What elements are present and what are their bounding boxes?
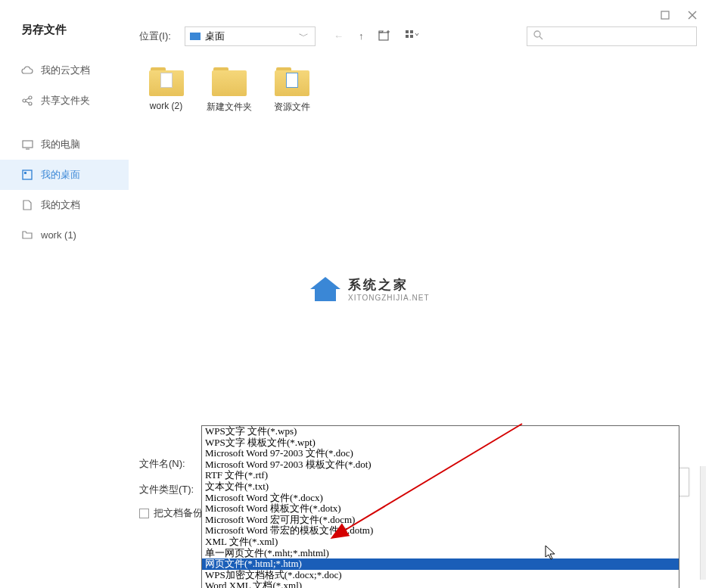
sidebar-item-label: 我的文档 (41, 198, 80, 212)
desktop-icon (21, 169, 33, 181)
dropdown-option[interactable]: 单一网页文件(*.mht;*.mhtml) (202, 548, 679, 559)
dropdown-option[interactable]: 网页文件(*.html;*.htm) (202, 558, 679, 570)
sidebar-item-shared[interactable]: 共享文件夹 (0, 86, 129, 116)
chevron-down-icon: ﹀ (299, 30, 309, 43)
scrollbar[interactable] (700, 466, 706, 580)
desktop-icon (190, 33, 201, 40)
sidebar-item-documents[interactable]: 我的文档 (0, 190, 129, 220)
sidebar-item-cloud[interactable]: 我的云文档 (0, 55, 129, 86)
folder-icon (275, 67, 309, 96)
svg-rect-20 (24, 172, 26, 174)
sidebar-item-computer[interactable]: 我的电脑 (0, 129, 129, 160)
filename-label: 文件名(N): (139, 457, 201, 471)
sidebar-item-desktop[interactable]: 我的桌面 (0, 160, 129, 190)
sidebar: 我的云文档 共享文件夹 我的电脑 我的桌面 我的文档 work (1) (0, 55, 129, 455)
dropdown-option[interactable]: WPS文字 文件(*.wps) (202, 426, 679, 437)
search-box[interactable] (527, 26, 697, 46)
svg-point-10 (534, 31, 540, 37)
file-label: work (2) (150, 101, 182, 111)
file-item[interactable]: work (2) (138, 64, 194, 117)
svg-rect-17 (23, 141, 33, 148)
folder-icon (212, 67, 247, 96)
dropdown-option[interactable]: Microsoft Word 文件(*.docx) (202, 493, 679, 504)
dropdown-option[interactable]: Word XML 文档(*.xml) (202, 580, 679, 588)
cloud-icon (21, 64, 33, 76)
share-icon (21, 95, 33, 107)
svg-point-12 (23, 99, 26, 102)
location-select[interactable]: 桌面 ﹀ (185, 26, 316, 46)
file-area[interactable]: work (2) 新建文件夹 资源文件 (129, 55, 712, 455)
up-button[interactable]: ↑ (359, 30, 364, 43)
new-folder-button[interactable] (378, 30, 390, 43)
dropdown-option[interactable]: WPS文字 模板文件(*.wpt) (202, 437, 679, 449)
file-item[interactable]: 新建文件夹 (201, 64, 257, 117)
document-icon (21, 199, 33, 211)
svg-rect-6 (406, 30, 409, 33)
watermark-logo-icon (310, 277, 340, 301)
watermark-text-en: XITONGZHIJIA.NET (348, 294, 430, 302)
svg-rect-8 (406, 35, 409, 38)
location-value: 桌面 (205, 30, 225, 43)
filetype-label: 文件类型(T): (139, 483, 201, 496)
svg-point-13 (29, 96, 32, 99)
dropdown-option[interactable]: 文本文件(*.txt) (202, 481, 679, 493)
sidebar-item-label: 我的云文档 (41, 64, 90, 77)
svg-line-11 (539, 36, 543, 39)
svg-rect-7 (410, 30, 413, 33)
close-button[interactable] (686, 9, 698, 21)
back-button[interactable]: ← (334, 30, 344, 43)
file-item[interactable]: 资源文件 (263, 64, 320, 117)
sidebar-item-label: 我的电脑 (41, 138, 80, 151)
watermark: 系统之家 XITONGZHIJIA.NET (310, 276, 430, 302)
view-options-button[interactable] (406, 30, 419, 43)
file-label: 资源文件 (274, 101, 310, 114)
watermark-text-cn: 系统之家 (348, 276, 430, 294)
dropdown-option[interactable]: XML 文件(*.xml) (202, 537, 679, 548)
dropdown-option[interactable]: RTF 文件(*.rtf) (202, 470, 679, 481)
svg-point-14 (29, 102, 32, 105)
maximize-button[interactable] (659, 9, 671, 21)
dropdown-option[interactable]: Microsoft Word 宏可用文件(*.docm) (202, 515, 679, 526)
computer-icon (21, 138, 33, 151)
dialog-title: 另存文件 (21, 6, 67, 49)
search-icon (533, 30, 543, 42)
search-input[interactable] (548, 31, 690, 42)
folder-icon (21, 229, 33, 241)
backup-checkbox[interactable] (139, 509, 149, 518)
dropdown-option[interactable]: Microsoft Word 带宏的模板文件(*.dotm) (202, 525, 679, 537)
dropdown-option[interactable]: Microsoft Word 97-2003 模板文件(*.dot) (202, 459, 679, 471)
dropdown-option[interactable]: Microsoft Word 97-2003 文件(*.doc) (202, 448, 679, 459)
dropdown-option[interactable]: WPS加密文档格式(*.docx;*.doc) (202, 570, 679, 581)
svg-rect-19 (23, 170, 32, 179)
location-label: 位置(I): (139, 30, 171, 43)
folder-icon (149, 67, 184, 96)
filetype-dropdown[interactable]: WPS文字 文件(*.wps)WPS文字 模板文件(*.wpt)Microsof… (201, 425, 679, 588)
sidebar-item-work[interactable]: work (1) (0, 220, 129, 249)
file-label: 新建文件夹 (207, 101, 252, 114)
svg-rect-3 (379, 33, 388, 40)
svg-rect-0 (661, 11, 669, 19)
sidebar-item-label: work (1) (41, 229, 76, 241)
svg-line-16 (26, 101, 29, 103)
sidebar-item-label: 我的桌面 (41, 168, 80, 182)
svg-rect-9 (410, 35, 413, 38)
sidebar-item-label: 共享文件夹 (41, 94, 90, 107)
svg-line-15 (26, 98, 29, 100)
dropdown-option[interactable]: Microsoft Word 模板文件(*.dotx) (202, 503, 679, 515)
